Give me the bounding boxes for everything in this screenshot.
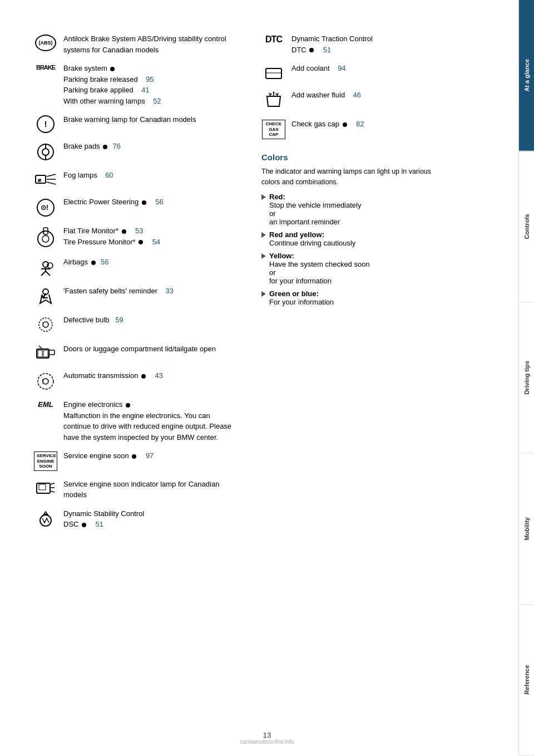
color-green-entry: Green or blue: For your information — [261, 289, 434, 306]
doors-icon — [33, 343, 58, 362]
main-content: (ABS) Antilock Brake System ABS/Driving … — [0, 0, 518, 756]
colors-section: Colors The indicator and warning lamps c… — [261, 153, 434, 307]
link-seatbelt[interactable]: 33 — [165, 287, 173, 295]
link-other-lamps[interactable]: 52 — [153, 97, 161, 105]
brake-pads-text: Brake pads 76 — [63, 141, 239, 152]
seatbelt-text: 'Fasten safety belts' reminder 33 — [63, 286, 239, 297]
link-brake-pads[interactable]: 76 — [113, 142, 121, 150]
brake-text: Brake system Parking brake released 95 P… — [63, 63, 239, 106]
svg-line-38 — [50, 491, 55, 492]
svg-rect-35 — [39, 484, 46, 490]
color-green-text: Green or blue: For your information — [269, 289, 334, 306]
sidebar-tab-reference[interactable]: Reference — [519, 605, 535, 756]
link-tire-pressure[interactable]: 54 — [152, 238, 160, 246]
dsc-entry: Dynamic Stability Control DSC 51 — [33, 508, 239, 530]
dtc-text: Dynamic Traction Control DTC 51 — [291, 33, 434, 55]
defective-bulb-entry: ! Defective bulb 59 — [33, 315, 239, 336]
svg-point-12 — [42, 235, 49, 242]
sidebar-tab-controls[interactable]: Controls — [519, 151, 535, 303]
colors-title: Colors — [261, 153, 434, 162]
airbag-text: Airbags 56 — [63, 257, 239, 268]
sidebar-tab-mobility[interactable]: Mobility — [519, 454, 535, 605]
eps-text: Electric Power Steering 56 — [63, 197, 239, 208]
triangle-red-yellow — [261, 232, 266, 238]
coolant-text: Add coolant 94 — [291, 63, 434, 74]
seatbelt-entry: 'Fasten safety belts' reminder 33 — [33, 286, 239, 307]
brake-pads-entry: Brake pads 76 — [33, 141, 239, 162]
service-canadian-text: Service engine soon indicator lamp for C… — [63, 479, 239, 500]
link-parking-applied[interactable]: 41 — [141, 86, 149, 94]
svg-point-1 — [42, 149, 49, 155]
link-airbags[interactable]: 56 — [101, 258, 108, 266]
svg-point-44 — [276, 94, 278, 95]
link-dsc[interactable]: 51 — [96, 520, 103, 528]
seatbelt-icon — [33, 286, 58, 307]
eps-entry: ⊙! Electric Power Steering 56 — [33, 197, 239, 218]
page-container: (ABS) Antilock Brake System ABS/Driving … — [0, 0, 534, 756]
svg-text:≢: ≢ — [37, 178, 42, 183]
link-service-engine[interactable]: 97 — [146, 451, 154, 460]
right-column: DTC Dynamic Traction Control DTC 51 Add … — [256, 33, 434, 734]
svg-line-36 — [50, 483, 55, 484]
coolant-entry: Add coolant 94 — [261, 63, 434, 82]
svg-line-17 — [41, 271, 46, 276]
link-flat-tire[interactable]: 53 — [135, 227, 143, 235]
fog-entry: ≢ Fog lamps 60 — [33, 170, 239, 189]
link-gascap[interactable]: 82 — [356, 120, 364, 128]
link-auto-trans[interactable]: 43 — [155, 371, 162, 380]
abs-text: Antilock Brake System ABS/Driving stabil… — [63, 33, 239, 55]
svg-point-33 — [43, 379, 48, 384]
page-number: 13 — [263, 731, 271, 739]
auto-trans-entry: ! Automatic transmission 43 — [33, 370, 239, 391]
color-red-entry: Red: Stop the vehicle immediately or an … — [261, 193, 434, 226]
color-yellow-entry: Yellow: Have the system checked soon or … — [261, 252, 434, 285]
svg-line-5 — [47, 174, 56, 176]
coolant-icon — [261, 63, 286, 82]
brake-icon: BRAKE — [33, 63, 58, 71]
color-red-yellow-entry: Red and yellow: Continue driving cautiou… — [261, 230, 434, 247]
svg-point-11 — [38, 231, 53, 247]
link-dtc[interactable]: 51 — [323, 46, 331, 54]
washer-icon — [261, 90, 286, 111]
fog-icon: ≢ — [33, 170, 58, 189]
auto-trans-icon: ! — [33, 370, 58, 391]
eps-icon: ⊙! — [33, 197, 58, 218]
svg-point-23 — [39, 318, 52, 331]
washer-text: Add washer fluid 46 — [291, 90, 434, 101]
tire-text: Flat Tire Monitor* 53 Tire Pressure Moni… — [63, 225, 239, 247]
sidebar: At a glance Controls Driving tips Mobili… — [518, 0, 534, 756]
color-red-text: Red: Stop the vehicle immediately or an … — [269, 193, 361, 226]
svg-rect-28 — [43, 350, 48, 357]
link-defective-bulb[interactable]: 59 — [115, 316, 123, 324]
link-washer[interactable]: 46 — [353, 91, 361, 99]
doors-entry: Doors or luggage compartment lid/tailgat… — [33, 343, 239, 362]
service-canadian-icon — [33, 479, 58, 498]
svg-line-18 — [46, 271, 50, 276]
link-coolant[interactable]: 94 — [338, 64, 345, 72]
eml-icon: EML — [33, 399, 58, 409]
service-engine-entry: SERVICEENGINESOON Service engine soon 97 — [33, 450, 239, 471]
fog-text: Fog lamps 60 — [63, 170, 239, 181]
sidebar-tab-driving-tips[interactable]: Driving tips — [519, 302, 535, 454]
auto-trans-text: Automatic transmission 43 — [63, 370, 239, 381]
defective-bulb-text: Defective bulb 59 — [63, 315, 239, 326]
link-parking-released[interactable]: 95 — [146, 75, 154, 84]
svg-rect-40 — [266, 68, 281, 78]
svg-point-43 — [273, 92, 275, 94]
gascap-text: Check gas cap 82 — [291, 119, 434, 130]
link-eps[interactable]: 56 — [155, 198, 163, 206]
triangle-green — [261, 291, 266, 297]
svg-text:⊙!: ⊙! — [41, 204, 48, 212]
brake-warning-text: Brake warning lamp for Canadian models — [63, 114, 239, 125]
link-fog[interactable]: 60 — [105, 171, 113, 179]
svg-point-42 — [270, 94, 272, 95]
color-yellow-text: Yellow: Have the system checked soon or … — [269, 252, 370, 285]
abs-entry: (ABS) Antilock Brake System ABS/Driving … — [33, 33, 239, 55]
tire-entry: ! Flat Tire Monitor* 53 Tire Pressure Mo… — [33, 225, 239, 249]
gascap-icon: CHECKGAS CAP — [261, 119, 286, 139]
colors-intro: The indicator and warning lamps can ligh… — [261, 166, 434, 188]
svg-rect-27 — [38, 350, 42, 357]
dsc-icon — [33, 508, 58, 529]
svg-text:!: ! — [44, 229, 45, 234]
sidebar-tab-at-a-glance[interactable]: At a glance — [519, 0, 535, 151]
